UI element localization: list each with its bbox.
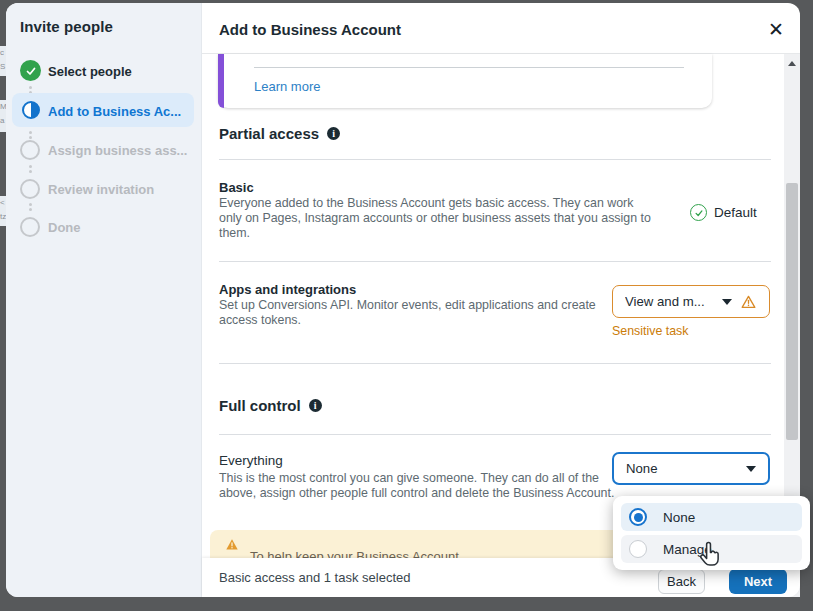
full-control-title: Full control xyxy=(219,397,301,414)
section-divider xyxy=(219,159,771,160)
everything-title: Everything xyxy=(219,453,283,468)
basic-description: Everyone added to the Business Account g… xyxy=(219,196,651,241)
step-todo-circle-icon xyxy=(20,140,40,160)
everything-select-value: None xyxy=(626,461,738,476)
section-divider xyxy=(219,363,771,364)
chevron-down-icon xyxy=(746,466,756,472)
sidebar-step-review-invitation[interactable]: Review invitation xyxy=(48,182,154,197)
step-connector-dot xyxy=(29,136,32,139)
dialog-title: Add to Business Account xyxy=(219,21,401,38)
step-connector-dot xyxy=(29,170,32,173)
scrollbar-up-arrow-icon[interactable] xyxy=(788,61,796,66)
apps-task-select[interactable]: View and m... xyxy=(612,285,770,318)
info-icon[interactable]: i xyxy=(309,399,322,412)
mouse-pointer-hand-icon xyxy=(698,541,721,568)
selection-status: Basic access and 1 task selected xyxy=(219,570,411,585)
section-divider xyxy=(219,261,771,262)
info-banner-accent-bar xyxy=(218,54,224,108)
wizard-title: Invite people xyxy=(20,18,113,35)
apps-integrations-title: Apps and integrations xyxy=(219,282,356,297)
default-check-icon xyxy=(690,204,707,221)
sensitive-task-note: Sensitive task xyxy=(612,324,688,338)
warning-text: To help keep your Business Account xyxy=(250,549,459,558)
sidebar-step-done[interactable]: Done xyxy=(48,220,81,235)
radio-unselected-icon[interactable] xyxy=(629,540,647,558)
default-badge: Default xyxy=(690,204,757,221)
scrollbar-thumb[interactable] xyxy=(786,183,798,440)
step-todo-circle-icon xyxy=(20,179,40,199)
step-todo-circle-icon xyxy=(20,217,40,237)
info-icon[interactable]: i xyxy=(327,127,340,140)
sidebar-step-assign-business-assets[interactable]: Assign business ass... xyxy=(48,143,187,158)
step-in-progress-icon xyxy=(22,101,40,119)
partial-access-title: Partial access xyxy=(219,125,319,142)
next-button[interactable]: Next xyxy=(729,569,787,594)
warning-triangle-icon xyxy=(740,294,757,310)
back-button[interactable]: Back xyxy=(658,569,705,594)
warning-triangle-icon xyxy=(225,538,239,551)
chevron-down-icon xyxy=(722,299,732,305)
step-connector-dot xyxy=(29,86,32,89)
default-badge-label: Default xyxy=(714,205,757,220)
everything-description: This is the most control you can give so… xyxy=(219,471,629,501)
step-done-check-icon xyxy=(20,60,41,81)
apps-task-select-value: View and m... xyxy=(625,294,714,309)
step-connector-dot xyxy=(29,208,32,211)
dropdown-option-label: None xyxy=(663,510,695,525)
section-divider xyxy=(219,434,771,435)
radio-selected-icon[interactable] xyxy=(629,508,647,526)
everything-select[interactable]: None xyxy=(612,452,770,485)
sidebar-step-select-people[interactable]: Select people xyxy=(48,64,132,79)
basic-title: Basic xyxy=(219,180,254,195)
close-icon[interactable]: ✕ xyxy=(764,17,788,41)
learn-more-link[interactable]: Learn more xyxy=(254,79,320,94)
apps-integrations-description: Set up Conversions API. Monitor events, … xyxy=(219,298,624,328)
partial-access-heading: Partial access i xyxy=(219,125,340,142)
step-connector-dot xyxy=(29,165,32,168)
dropdown-option-none[interactable]: None xyxy=(621,503,802,531)
info-banner-divider xyxy=(254,67,684,68)
wizard-sidebar: Invite people Select people Add to Busin… xyxy=(6,3,202,597)
step-connector-dot xyxy=(29,203,32,206)
sidebar-step-label-active: Add to Business Ac... xyxy=(48,104,181,119)
step-connector-dot xyxy=(29,131,32,134)
full-control-heading: Full control i xyxy=(219,397,322,414)
